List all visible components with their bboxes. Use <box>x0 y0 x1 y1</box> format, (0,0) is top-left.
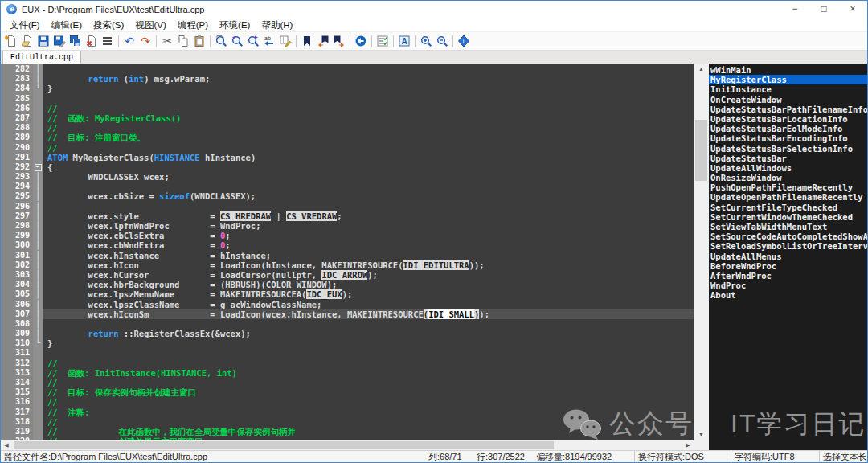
maximize-button[interactable]: □ <box>809 1 838 18</box>
minimize-button[interactable]: − <box>780 1 809 18</box>
zoom-out-icon[interactable] <box>434 33 450 49</box>
code-line[interactable]: 301│ wcex.hInstance = hInstance; <box>1 251 694 260</box>
find-icon[interactable] <box>213 33 229 49</box>
find-prev-icon[interactable] <box>229 33 245 49</box>
replace-icon[interactable]: ab <box>261 33 277 49</box>
cut-icon[interactable]: ✂ <box>159 33 175 49</box>
line-number[interactable]: 282 <box>1 64 33 74</box>
function-list-item[interactable]: SetViewTabWidthMenuText <box>709 222 867 232</box>
line-number[interactable]: 303 <box>1 270 33 280</box>
line-number[interactable]: 300 <box>1 240 33 250</box>
function-list-item[interactable]: UpdateStatusBarEncodingInfo <box>709 133 867 143</box>
line-number[interactable]: 313 <box>1 368 33 378</box>
replace-in-files-icon[interactable] <box>277 33 293 49</box>
code-line[interactable]: 313// 函数: InitInstance(HINSTANCE, int) <box>1 368 694 378</box>
menu-item-5[interactable]: 环境(E) <box>214 18 256 31</box>
function-list-item[interactable]: About <box>709 290 867 300</box>
code-line[interactable]: 290// <box>1 143 694 153</box>
code-line[interactable]: 282│ <box>1 64 694 74</box>
bookmark-icon[interactable] <box>299 33 315 49</box>
line-number[interactable]: 293 <box>1 172 33 182</box>
next-bookmark-icon[interactable] <box>331 33 347 49</box>
scroll-right-button[interactable]: ▶ <box>682 440 694 450</box>
line-number[interactable]: 299 <box>1 231 33 240</box>
function-list-item[interactable]: SetCurrentFileTypeChecked <box>709 203 867 212</box>
horizontal-scroll-track[interactable] <box>12 440 682 450</box>
function-list-item[interactable]: UpdateStatusBar <box>709 154 867 163</box>
code-line[interactable]: 288// <box>1 123 694 133</box>
line-number[interactable]: 295 <box>1 191 33 201</box>
function-list-item[interactable]: MyRegisterClass <box>709 75 867 84</box>
code-line[interactable]: 289// 目标: 注册窗口类。 <box>1 133 694 142</box>
line-number[interactable]: 310 <box>1 338 33 348</box>
function-list-item[interactable]: OnResizeWindow <box>709 173 867 182</box>
function-list-item[interactable]: UpdateAllWindows <box>709 163 867 173</box>
code-line[interactable]: 283│ return (int) msg.wParam; <box>1 74 694 84</box>
code-line[interactable]: 293│ WNDCLASSEX wcex; <box>1 172 694 182</box>
code-line[interactable]: 310└} <box>1 338 694 348</box>
prev-bookmark-icon[interactable] <box>315 33 331 49</box>
menu-item-4[interactable]: 编程(P) <box>172 18 214 31</box>
function-list-item[interactable]: wWinMain <box>709 65 867 75</box>
line-number[interactable]: 318 <box>1 417 33 427</box>
code-line[interactable]: 292−{ <box>1 162 694 172</box>
about-icon[interactable]: i <box>456 33 472 49</box>
code-line[interactable]: 284└} <box>1 84 694 93</box>
line-number[interactable]: 314 <box>1 378 33 387</box>
function-list-item[interactable]: SetReloadSymbolListOrTreeInterval <box>709 241 867 251</box>
new-file-icon[interactable] <box>3 33 19 49</box>
todo-list-icon[interactable] <box>375 33 391 49</box>
copy-icon[interactable] <box>175 33 191 49</box>
redo-icon[interactable]: ↷ <box>137 33 154 49</box>
code-line[interactable]: 316// <box>1 397 694 407</box>
save-all-icon[interactable] <box>68 33 84 49</box>
code-line[interactable]: 286// <box>1 104 694 113</box>
scroll-up-button[interactable]: ▲ <box>694 64 708 75</box>
function-list-item[interactable]: AfterWndProc <box>709 271 867 281</box>
vertical-scroll-track[interactable] <box>694 75 708 429</box>
open-file-icon[interactable] <box>19 33 35 49</box>
line-number[interactable]: 298 <box>1 221 33 231</box>
function-list-item[interactable]: WndProc <box>709 281 867 290</box>
code-line[interactable]: 317// 注释: <box>1 408 694 417</box>
line-number[interactable]: 294 <box>1 182 33 191</box>
line-number[interactable]: 297 <box>1 211 33 221</box>
code-line[interactable]: 296│ <box>1 202 694 211</box>
vertical-scroll-thumb[interactable] <box>695 120 707 181</box>
code-line[interactable]: 291ATOM MyRegisterClass(HINSTANCE hInsta… <box>1 153 694 162</box>
line-number[interactable]: 289 <box>1 133 33 142</box>
close-button[interactable]: × <box>838 1 867 18</box>
save-as-icon[interactable] <box>51 33 68 49</box>
line-number[interactable]: 285 <box>1 94 33 104</box>
code-line[interactable]: 300│ wcex.cbWndExtra = 0; <box>1 240 694 250</box>
function-list[interactable]: wWinMainMyRegisterClassInitInstanceOnCre… <box>708 64 867 450</box>
code-line[interactable]: 319// 在此函数中，我们在全局变量中保存实例句柄并 <box>1 427 694 436</box>
code-line[interactable]: 305│ wcex.lpszMenuName = MAKEINTRESOURCE… <box>1 289 694 299</box>
code-line[interactable]: 307│ wcex.hIconSm = LoadIcon(wcex.hInsta… <box>1 309 694 319</box>
line-number[interactable]: 304 <box>1 280 33 289</box>
function-list-item[interactable]: UpdateStatusBarPathFilenameInfo <box>709 104 867 114</box>
code-line[interactable]: 298│ wcex.lpfnWndProc = WndProc; <box>1 221 694 231</box>
function-list-item[interactable]: SetCurrentWindowThemeChecked <box>709 212 867 222</box>
line-number[interactable]: 312 <box>1 359 33 368</box>
line-number[interactable]: 316 <box>1 397 33 407</box>
find-next-icon[interactable] <box>245 33 261 49</box>
vertical-scrollbar[interactable]: ▲ ▼ <box>694 64 708 450</box>
line-number[interactable]: 308 <box>1 319 33 329</box>
code-editor[interactable]: 282│283│ return (int) msg.wParam;284└}28… <box>1 64 694 440</box>
horizontal-scroll-thumb[interactable] <box>14 441 554 449</box>
line-number[interactable]: 319 <box>1 427 33 436</box>
code-line[interactable]: 302│ wcex.hIcon = LoadIcon(hInstance, MA… <box>1 260 694 270</box>
code-line[interactable]: 306│ wcex.lpszClassName = g_acWindowClas… <box>1 300 694 309</box>
line-number[interactable]: 309 <box>1 329 33 338</box>
menu-item-0[interactable]: 文件(F) <box>4 18 46 31</box>
menu-item-6[interactable]: 帮助(H) <box>256 18 298 31</box>
back-icon[interactable] <box>353 33 369 49</box>
line-number[interactable]: 292 <box>1 162 33 172</box>
line-number[interactable]: 315 <box>1 387 33 397</box>
syntax-color-icon[interactable]: A <box>396 33 412 49</box>
line-number[interactable]: 301 <box>1 251 33 260</box>
code-line[interactable]: 314// <box>1 378 694 387</box>
scroll-down-button[interactable]: ▼ <box>694 429 708 440</box>
function-list-item[interactable]: BeforeWndProc <box>709 261 867 271</box>
